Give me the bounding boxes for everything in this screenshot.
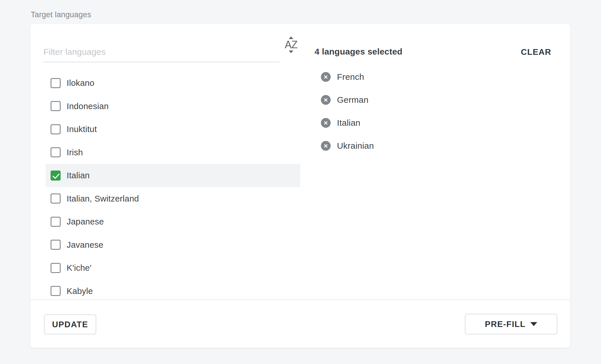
remove-language-icon[interactable]: ✕ xyxy=(321,118,331,128)
language-label: Javanese xyxy=(67,240,103,250)
checkbox[interactable] xyxy=(51,147,61,157)
language-label: Italian xyxy=(67,171,90,180)
sort-az-letters: AZ xyxy=(285,40,297,50)
language-row[interactable]: Ilokano xyxy=(46,71,300,95)
language-picker-card: Filter languages AZ Ilokano Indonesian xyxy=(30,24,570,348)
language-row[interactable]: K'iche' xyxy=(46,256,300,280)
language-row[interactable]: Inuktitut xyxy=(46,118,300,141)
selected-language-label: German xyxy=(337,95,369,105)
remove-language-icon[interactable]: ✕ xyxy=(321,95,331,105)
x-glyph: ✕ xyxy=(323,120,328,126)
selected-language-label: French xyxy=(337,72,364,82)
checkbox[interactable] xyxy=(51,193,61,204)
language-label: K'iche' xyxy=(67,263,91,273)
filter-placeholder: Filter languages xyxy=(43,47,106,57)
checkbox[interactable] xyxy=(51,240,61,250)
remove-language-icon[interactable]: ✕ xyxy=(321,141,331,151)
language-list: Ilokano Indonesian Inuktitut Irish xyxy=(46,71,300,303)
remove-language-icon[interactable]: ✕ xyxy=(321,72,331,82)
language-row[interactable]: Irish xyxy=(46,141,300,164)
language-label: Japanese xyxy=(67,217,104,226)
language-label: Indonesian xyxy=(67,101,109,111)
selected-language-row: ✕ Italian xyxy=(321,111,374,134)
filter-languages-input[interactable]: Filter languages xyxy=(43,42,280,62)
language-row[interactable]: Javanese xyxy=(46,233,300,257)
footer-divider xyxy=(30,299,570,300)
selected-language-row: ✕ German xyxy=(321,88,374,111)
language-label: Italian, Switzerland xyxy=(67,194,139,204)
selected-count-label: 4 languages selected xyxy=(315,47,402,57)
x-glyph: ✕ xyxy=(323,97,328,103)
checkbox[interactable] xyxy=(51,263,61,273)
prefill-button-label: PRE-FILL xyxy=(485,320,526,329)
section-label: Target languages xyxy=(31,10,91,19)
sort-alphabetical-icon[interactable]: AZ xyxy=(281,36,301,53)
caret-down-icon xyxy=(530,322,537,326)
checkbox[interactable] xyxy=(51,217,61,227)
clear-button[interactable]: CLEAR xyxy=(521,47,551,57)
selected-language-row: ✕ French xyxy=(321,65,374,88)
selected-language-label: Ukrainian xyxy=(337,141,374,151)
language-row[interactable]: Italian, Switzerland xyxy=(46,187,300,210)
x-glyph: ✕ xyxy=(323,143,328,149)
language-label: Ilokano xyxy=(67,78,95,88)
language-label: Kabyle xyxy=(67,286,93,296)
sort-arrow-down-icon xyxy=(289,51,293,53)
checkbox[interactable] xyxy=(51,124,61,134)
checkbox[interactable] xyxy=(51,78,61,88)
x-glyph: ✕ xyxy=(323,74,328,80)
language-label: Irish xyxy=(67,148,83,157)
selected-language-row: ✕ Ukrainian xyxy=(321,134,374,157)
selected-language-list: ✕ French ✕ German ✕ Italian xyxy=(321,65,374,157)
page: Target languages Filter languages AZ Ilo… xyxy=(0,0,601,364)
prefill-button[interactable]: PRE-FILL xyxy=(465,314,557,334)
update-button[interactable]: UPDATE xyxy=(44,314,96,334)
language-row[interactable]: Japanese xyxy=(46,210,300,233)
update-button-label: UPDATE xyxy=(52,320,88,329)
checkbox[interactable] xyxy=(51,101,61,111)
selected-language-label: Italian xyxy=(337,118,360,128)
language-label: Inuktitut xyxy=(67,124,97,134)
checkbox[interactable] xyxy=(51,171,61,181)
language-row[interactable]: Kabyle xyxy=(46,280,300,303)
checkbox[interactable] xyxy=(51,286,61,296)
language-row[interactable]: Indonesian xyxy=(46,95,300,118)
language-row[interactable]: Italian xyxy=(46,164,300,187)
